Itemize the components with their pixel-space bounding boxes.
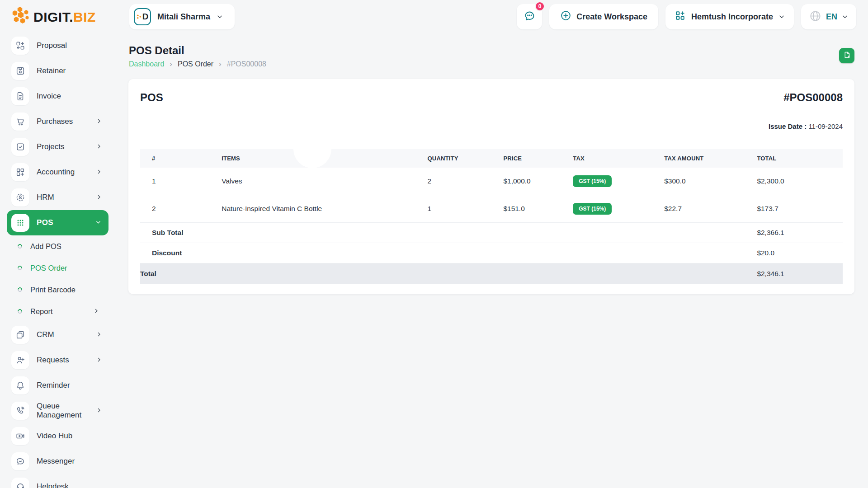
chat-icon	[524, 10, 536, 24]
col-header-items: ITEMS	[222, 149, 427, 168]
sidebar-item-video-hub[interactable]: Video Hub	[0, 423, 114, 449]
col-header-tax: TAX	[573, 149, 664, 168]
col-header-price: PRICE	[503, 149, 573, 168]
row-price: $1,000.0	[503, 168, 573, 195]
sidebar-subitem-add-pos[interactable]: Add POS	[0, 235, 114, 257]
sidebar-item-pos[interactable]: POS	[7, 210, 108, 235]
bullet-icon	[17, 243, 23, 249]
breadcrumb-separator: ›	[219, 60, 222, 69]
subtotal-row: Sub Total $2,366.1	[140, 223, 843, 243]
workspace-avatar: D	[134, 8, 151, 25]
invoice-icon	[11, 87, 29, 105]
col-header-total: TOTAL	[757, 149, 843, 168]
discount-row: Discount $20.0	[140, 243, 843, 263]
message-bubble-icon	[11, 452, 29, 470]
chevron-right-icon	[96, 356, 102, 364]
logo-hexagon-icon	[11, 6, 30, 28]
chevron-down-icon	[217, 14, 223, 20]
chevron-right-icon	[94, 307, 99, 315]
sidebar-item-helpdesk[interactable]: Helpdesk	[0, 474, 114, 488]
sidebar-item-retainer[interactable]: Retainer	[0, 58, 114, 84]
language-selector[interactable]: EN	[801, 4, 856, 29]
sidebar-subitem-print-barcode[interactable]: Print Barcode	[0, 279, 114, 300]
sidebar-item-reminder[interactable]: Reminder	[0, 373, 114, 398]
sidebar-subitem-report[interactable]: Report	[0, 300, 114, 322]
sidebar-item-accounting[interactable]: Accounting	[0, 160, 114, 185]
create-workspace-label: Create Workspace	[576, 12, 647, 22]
app-logo[interactable]: DIGIT.BIZ	[11, 6, 96, 28]
user-plus-icon	[11, 351, 29, 369]
bullet-icon	[17, 308, 23, 314]
sidebar-item-messenger[interactable]: Messenger	[0, 449, 114, 474]
breadcrumb-pos-order[interactable]: POS Order	[178, 60, 213, 68]
sidebar-item-proposal[interactable]: Proposal	[0, 33, 114, 58]
issue-date-value: 11-09-2024	[808, 122, 843, 130]
card-title: POS	[140, 91, 163, 104]
bullet-icon	[17, 265, 23, 271]
subtotal-label: Sub Total	[140, 223, 222, 243]
header-actions: 0 Create Workspace Hemtush Incorporate	[517, 4, 856, 29]
chevron-down-icon	[95, 219, 101, 227]
sidebar-item-hrm[interactable]: HRM	[0, 185, 114, 210]
total-value: $2,346.1	[757, 263, 843, 285]
row-total: $2,300.0	[757, 168, 843, 195]
sidebar-item-queue-management[interactable]: Queue Management	[0, 398, 114, 423]
pos-items-table: # ITEMS QUANTITY PRICE TAX TAX AMOUNT TO…	[140, 149, 843, 284]
top-header: DIGIT.BIZ D Mitali Sharma 0	[0, 0, 868, 33]
discount-value: $20.0	[757, 243, 843, 263]
cart-icon	[11, 113, 29, 131]
plus-circle-icon	[560, 10, 571, 23]
video-camera-icon	[11, 427, 29, 445]
chevron-down-icon	[778, 14, 785, 20]
chat-button[interactable]: 0	[517, 4, 542, 29]
breadcrumb: Dashboard › POS Order › #POS00008	[129, 60, 266, 69]
company-selector[interactable]: Hemtush Incorporate	[665, 4, 794, 29]
accounting-grid-icon	[11, 163, 29, 181]
col-header-tax-amount: TAX AMOUNT	[664, 149, 757, 168]
phone-call-icon	[11, 402, 29, 420]
company-name: Hemtush Incorporate	[691, 12, 773, 22]
chevron-right-icon	[96, 407, 102, 415]
pos-number: #POS00008	[783, 91, 843, 104]
tax-badge: GST (15%)	[573, 175, 612, 187]
bell-icon	[11, 376, 29, 394]
export-document-button[interactable]	[839, 48, 854, 63]
issue-date-label: Issue Date :	[769, 122, 807, 130]
chevron-right-icon	[96, 331, 102, 339]
crm-cards-icon	[11, 326, 29, 344]
bullet-icon	[17, 286, 23, 293]
row-tax: GST (15%)	[573, 168, 664, 195]
row-num: 2	[140, 195, 222, 223]
sidebar-item-invoice[interactable]: Invoice	[0, 84, 114, 109]
pos-dots-icon	[11, 214, 29, 232]
breadcrumb-separator: ›	[170, 60, 172, 69]
retainer-icon	[11, 62, 29, 80]
headset-icon	[11, 478, 29, 488]
project-check-icon	[11, 138, 29, 156]
chevron-right-icon	[96, 117, 102, 126]
create-workspace-button[interactable]: Create Workspace	[549, 4, 658, 29]
row-price: $151.0	[503, 195, 573, 223]
page-title: POS Detail	[129, 44, 184, 57]
breadcrumb-dashboard[interactable]: Dashboard	[129, 60, 164, 68]
sidebar-item-requests[interactable]: Requests	[0, 347, 114, 373]
subtotal-value: $2,366.1	[757, 223, 843, 243]
col-header-num: #	[140, 149, 222, 168]
row-quantity: 2	[428, 168, 504, 195]
row-tax-amount: $22.7	[664, 195, 757, 223]
issue-date-row: Issue Date : 11-09-2024	[140, 122, 843, 130]
workspace-selector[interactable]: D Mitali Sharma	[129, 4, 235, 29]
row-tax: GST (15%)	[573, 195, 664, 223]
tax-badge: GST (15%)	[573, 203, 612, 215]
sidebar-item-purchases[interactable]: Purchases	[0, 109, 114, 134]
chat-notification-badge: 0	[535, 1, 545, 11]
sidebar-item-crm[interactable]: CRM	[0, 322, 114, 347]
logo-text: DIGIT.BIZ	[33, 9, 96, 25]
row-quantity: 1	[428, 195, 504, 223]
sidebar-subitem-pos-order[interactable]: POS Order	[0, 257, 114, 279]
row-total: $173.7	[757, 195, 843, 223]
table-row: 2 Nature-Inspired Vitamin C Bottle 1 $15…	[140, 195, 843, 223]
sidebar-item-projects[interactable]: Projects	[0, 134, 114, 160]
breadcrumb-current: #POS00008	[227, 60, 266, 68]
table-row: 1 Valves 2 $1,000.0 GST (15%) $300.0 $2,…	[140, 168, 843, 195]
